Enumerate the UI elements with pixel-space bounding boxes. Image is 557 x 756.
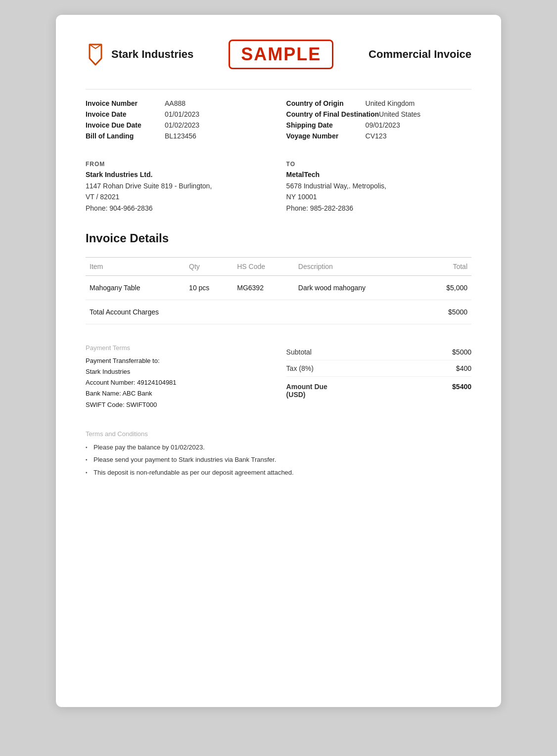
- payment-terms-label: Payment Terms: [86, 344, 271, 352]
- terms-item-3: This deposit is non-refundable as per ou…: [86, 468, 471, 478]
- payment-line4: Bank Name: ABC Bank: [86, 390, 152, 397]
- col-header-hs-code: HS Code: [233, 258, 294, 276]
- terms-label: Terms and Conditions: [86, 430, 471, 438]
- shipping-date-value: 09/01/2023: [366, 121, 400, 129]
- invoice-date-value: 01/01/2023: [165, 110, 199, 118]
- country-destination-label: Country of Final Destination: [286, 110, 379, 118]
- meta-row-country-origin: Country of Origin United Kingdom: [286, 99, 471, 107]
- col-header-total: Total: [422, 258, 471, 276]
- total-charges-value: $5000: [448, 308, 467, 316]
- meta-left: Invoice Number AA888 Invoice Date 01/01/…: [86, 99, 271, 143]
- cell-hs-code: MG6392: [233, 276, 294, 300]
- col-header-qty: Qty: [185, 258, 233, 276]
- cell-description: Dark wood mahogany: [294, 276, 422, 300]
- bill-of-landing-value: BL123456: [165, 132, 196, 140]
- header-divider: [86, 89, 471, 89]
- col-header-description: Description: [294, 258, 422, 276]
- from-company: Stark Industries Ltd.: [86, 171, 271, 178]
- terms-list: Please pay the balance by 01/02/2023. Pl…: [86, 443, 471, 478]
- country-origin-label: Country of Origin: [286, 99, 366, 107]
- to-address1: 5678 Industrial Way,. Metropolis,: [286, 182, 386, 190]
- to-address2: NY 10001: [286, 193, 317, 201]
- invoice-header: Stark Industries SAMPLE Commercial Invoi…: [86, 40, 471, 69]
- amount-due-value: $5400: [452, 383, 471, 399]
- address-to: TO MetalTech 5678 Industrial Way,. Metro…: [286, 161, 471, 214]
- voyage-number-value: CV123: [366, 132, 387, 140]
- from-address: 1147 Rohan Drive Suite 819 - Burlington,…: [86, 180, 271, 214]
- invoice-table: Item Qty HS Code Description Total Mahog…: [86, 257, 471, 300]
- address-from: FROM Stark Industries Ltd. 1147 Rohan Dr…: [86, 161, 271, 214]
- summary-tax-row: Tax (8%) $400: [286, 360, 471, 377]
- summary-amount-due-row: Amount Due(USD) $5400: [286, 377, 471, 402]
- meta-row-invoice-due-date: Invoice Due Date 01/02/2023: [86, 121, 271, 129]
- invoice-page: Stark Industries SAMPLE Commercial Invoi…: [56, 15, 501, 707]
- invoice-details-title: Invoice Details: [86, 231, 471, 245]
- sample-stamp: SAMPLE: [229, 40, 333, 69]
- shipping-date-label: Shipping Date: [286, 121, 366, 129]
- tax-label: Tax (8%): [286, 364, 314, 372]
- payment-line5: SWIFT Code: SWIFT000: [86, 401, 157, 408]
- payment-terms-content: Payment Transferrable to: Stark Industri…: [86, 356, 271, 410]
- summary-block: Subtotal $5000 Tax (8%) $400 Amount Due(…: [286, 344, 471, 410]
- from-address1: 1147 Rohan Drive Suite 819 - Burlington,: [86, 182, 212, 190]
- meta-right: Country of Origin United Kingdom Country…: [286, 99, 471, 143]
- company-name: Stark Industries: [111, 48, 193, 61]
- meta-row-voyage-number: Voyage Number CV123: [286, 132, 471, 140]
- terms-section: Terms and Conditions Please pay the bala…: [86, 430, 471, 478]
- tax-value: $400: [456, 364, 471, 372]
- cell-qty: 10 pcs: [185, 276, 233, 300]
- meta-row-shipping-date: Shipping Date 09/01/2023: [286, 121, 471, 129]
- company-logo-icon: [86, 44, 105, 66]
- bottom-section: Payment Terms Payment Transferrable to: …: [86, 339, 471, 410]
- meta-row-invoice-date: Invoice Date 01/01/2023: [86, 110, 271, 118]
- from-header: FROM: [86, 161, 271, 168]
- voyage-number-label: Voyage Number: [286, 132, 366, 140]
- subtotal-value: $5000: [452, 348, 471, 356]
- invoice-date-label: Invoice Date: [86, 110, 165, 118]
- invoice-due-date-label: Invoice Due Date: [86, 121, 165, 129]
- logo-area: Stark Industries: [86, 44, 193, 66]
- total-charges-label: Total Account Charges: [90, 308, 159, 316]
- cell-item: Mahogany Table: [86, 276, 185, 300]
- payment-terms-block: Payment Terms Payment Transferrable to: …: [86, 344, 271, 410]
- cell-total: $5,000: [422, 276, 471, 300]
- payment-line2: Stark Industries: [86, 368, 130, 375]
- invoice-due-date-value: 01/02/2023: [165, 121, 199, 129]
- amount-due-label: Amount Due(USD): [286, 383, 327, 399]
- from-address2: VT / 82021: [86, 193, 119, 201]
- address-section: FROM Stark Industries Ltd. 1147 Rohan Dr…: [86, 161, 471, 214]
- meta-row-country-destination: Country of Final Destination United Stat…: [286, 110, 471, 118]
- terms-item-1: Please pay the balance by 01/02/2023.: [86, 443, 471, 452]
- terms-item-2: Please send your payment to Stark indust…: [86, 455, 471, 465]
- invoice-title: Commercial Invoice: [369, 48, 471, 61]
- meta-section: Invoice Number AA888 Invoice Date 01/01/…: [86, 99, 471, 143]
- invoice-number-value: AA888: [165, 99, 186, 107]
- payment-line1: Payment Transferrable to:: [86, 357, 160, 364]
- meta-row-bill-of-landing: Bill of Landing BL123456: [86, 132, 271, 140]
- total-account-charges-row: Total Account Charges $5000: [86, 300, 471, 324]
- country-origin-value: United Kingdom: [366, 99, 415, 107]
- col-header-item: Item: [86, 258, 185, 276]
- to-phone: Phone: 985-282-2836: [286, 204, 353, 212]
- table-header-row: Item Qty HS Code Description Total: [86, 258, 471, 276]
- bill-of-landing-label: Bill of Landing: [86, 132, 165, 140]
- table-row: Mahogany Table 10 pcs MG6392 Dark wood m…: [86, 276, 471, 300]
- country-destination-value: United States: [379, 110, 420, 118]
- payment-line3: Account Number: 49124104981: [86, 379, 177, 386]
- to-address: 5678 Industrial Way,. Metropolis, NY 100…: [286, 180, 471, 214]
- to-header: TO: [286, 161, 471, 168]
- subtotal-label: Subtotal: [286, 348, 312, 356]
- meta-row-invoice-number: Invoice Number AA888: [86, 99, 271, 107]
- summary-subtotal-row: Subtotal $5000: [286, 344, 471, 360]
- from-phone: Phone: 904-966-2836: [86, 204, 152, 212]
- to-company: MetalTech: [286, 171, 471, 178]
- invoice-number-label: Invoice Number: [86, 99, 165, 107]
